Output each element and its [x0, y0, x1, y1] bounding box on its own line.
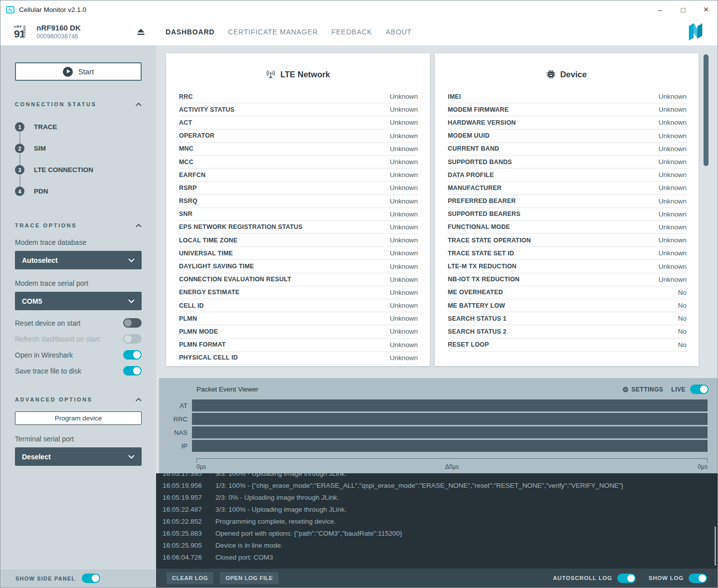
track-label: NAS	[159, 429, 192, 436]
device-selector[interactable]: nRF 91 SERIES nRF9160 DK 000960038746	[0, 18, 156, 45]
row-label: SUPPORTED BANDS	[448, 159, 512, 166]
footer-log-section: CLEAR LOG OPEN LOG FILE AUTOSCROLL LOG S…	[156, 569, 718, 588]
log-timestamp: 16:05:19.957	[163, 492, 215, 504]
modem-trace-database-value: Autoselect	[22, 256, 58, 264]
toggle-knob	[124, 319, 132, 327]
connection-steps: 1 TRACE 2 SIM 3 LTE CONNECTION 4	[15, 116, 142, 202]
log-view[interactable]: 16:05:17.395 3/3: 100% - Uploading image…	[156, 473, 718, 569]
app-window: Cellular Monitor v2.1.0 – □ × nRF 91 SER…	[0, 0, 718, 588]
program-device-button[interactable]: Program device	[15, 411, 142, 425]
chevron-down-icon	[128, 299, 135, 303]
settings-button[interactable]: ⚙ SETTINGS	[622, 386, 663, 393]
row-label: TRACE STATE OPERATION	[448, 237, 531, 244]
row-label: TRACE STATE SET ID	[448, 250, 514, 257]
row-value: Unknown	[659, 210, 687, 218]
toggle-knob	[700, 386, 708, 393]
row-value: Unknown	[390, 158, 418, 166]
row-value: Unknown	[390, 106, 418, 113]
table-row: SEARCH STATUS 1 No	[448, 312, 687, 325]
nav-tab[interactable]: DASHBOARD	[166, 28, 214, 36]
row-value: Unknown	[659, 184, 687, 192]
packet-viewer-title: Packet Event Viewer	[196, 386, 258, 393]
autoscroll-log-label: AUTOSCROLL LOG	[553, 575, 612, 581]
titlebar: Cellular Monitor v2.1.0 – □ ×	[0, 0, 718, 18]
row-label: CELL ID	[179, 302, 204, 309]
show-side-panel-toggle[interactable]	[82, 574, 100, 583]
timeline-axis	[196, 458, 708, 463]
start-button[interactable]: Start	[15, 62, 142, 81]
lte-network-rows: RRC Unknown ACTIVITY STATUS Unknown ACT	[166, 90, 430, 365]
open-log-file-button[interactable]: OPEN LOG FILE	[220, 572, 278, 584]
window-controls: – □ ×	[649, 0, 718, 18]
log-line: 16:05:25.883 Opened port with options: {…	[163, 528, 718, 540]
row-label: RESET LOOP	[448, 341, 489, 348]
log-timestamp: 16:06:04.726	[163, 552, 215, 564]
row-label: ACTIVITY STATUS	[179, 106, 234, 113]
connection-step: 1 TRACE	[15, 116, 142, 138]
show-log-toggle[interactable]	[689, 574, 707, 583]
chevron-up-icon	[136, 224, 142, 227]
minimize-button[interactable]: –	[649, 0, 672, 18]
row-value: Unknown	[659, 223, 687, 231]
packet-track: IP	[159, 440, 718, 452]
modem-trace-serial-port-value: COM5	[22, 297, 42, 305]
main-nav: DASHBOARD CERTIFICATE MANAGER FEEDBACK A…	[166, 28, 412, 36]
nav-tab[interactable]: FEEDBACK	[332, 28, 372, 36]
log-scrollbar-thumb[interactable]	[715, 527, 716, 566]
toggle-switch[interactable]	[123, 366, 142, 376]
row-value: Unknown	[659, 171, 687, 179]
modem-trace-database-select[interactable]: Autoselect	[15, 251, 142, 269]
device-serial: 000960038746	[36, 33, 80, 41]
table-row: MNC Unknown	[179, 143, 418, 156]
step-label: SIM	[34, 145, 46, 152]
row-label: SNR	[179, 210, 192, 217]
log-line: 16:05:25.905 Device is in line mode.	[163, 540, 718, 552]
toggle-row: Save trace file to disk	[15, 366, 142, 376]
dashboard-cards: LTE Network RRC Unknown ACTIVITY STATUS	[166, 53, 699, 366]
nav-tab[interactable]: CERTIFICATE MANAGER	[228, 28, 318, 36]
trace-options-header[interactable]: TRACE OPTIONS	[15, 222, 142, 228]
step-number-badge: 1	[15, 122, 24, 132]
toggle-switch[interactable]	[123, 334, 142, 344]
live-toggle[interactable]	[690, 385, 709, 394]
clear-log-button[interactable]: CLEAR LOG	[167, 572, 213, 584]
row-label: MNC	[179, 145, 193, 152]
side-panel: Start CONNECTION STATUS 1 TRACE 2 SIM	[0, 45, 156, 569]
log-line: 16:05:22.487 3/3: 100% - Uploading image…	[163, 504, 718, 516]
table-row: DAYLIGHT SAVING TIME Unknown	[179, 260, 418, 273]
chevron-up-icon	[136, 103, 142, 106]
autoscroll-log-toggle[interactable]	[617, 574, 636, 583]
row-label: MCC	[179, 159, 193, 166]
trace-toggle-list: Reset device on start Refresh dashboard …	[15, 318, 142, 376]
row-value: Unknown	[390, 223, 418, 231]
nrf91-series-logo: nRF 91 SERIES	[14, 25, 29, 39]
show-side-panel-label: SHOW SIDE PANEL	[15, 576, 75, 582]
terminal-serial-port-select[interactable]: Deselect	[15, 447, 142, 466]
row-label: LOCAL TIME ZONE	[179, 237, 237, 244]
modem-trace-database-label: Modem trace database	[15, 238, 142, 246]
modem-trace-serial-port-select[interactable]: COM5	[15, 292, 142, 310]
table-row: IMEI Unknown	[448, 90, 687, 103]
row-value: Unknown	[390, 184, 418, 192]
advanced-options-header[interactable]: ADVANCED OPTIONS	[15, 396, 142, 402]
close-button[interactable]: ×	[695, 0, 718, 18]
row-value: Unknown	[659, 158, 687, 166]
dashboard-scrollbar-thumb[interactable]	[704, 54, 709, 166]
nav-tab[interactable]: ABOUT	[385, 28, 411, 36]
chevron-down-icon	[128, 258, 135, 262]
toggle-switch[interactable]	[123, 318, 142, 328]
eject-device-button[interactable]	[134, 25, 147, 38]
table-row: TRACE STATE OPERATION Unknown	[448, 234, 687, 247]
toggle-switch[interactable]	[123, 350, 142, 360]
maximize-button[interactable]: □	[672, 0, 695, 18]
packet-viewer-header: Packet Event Viewer ⚙ SETTINGS LIVE	[159, 378, 718, 394]
card-title-text: LTE Network	[280, 70, 330, 79]
packet-track: NAS	[159, 426, 718, 438]
table-row: RRC Unknown	[179, 90, 418, 103]
row-value: Unknown	[390, 289, 418, 296]
app-pulse-icon	[6, 6, 14, 13]
main-content: LTE Network RRC Unknown ACTIVITY STATUS	[156, 45, 718, 569]
connection-status-header[interactable]: CONNECTION STATUS	[15, 101, 142, 107]
row-value: Unknown	[390, 197, 418, 205]
row-value: No	[678, 289, 687, 296]
